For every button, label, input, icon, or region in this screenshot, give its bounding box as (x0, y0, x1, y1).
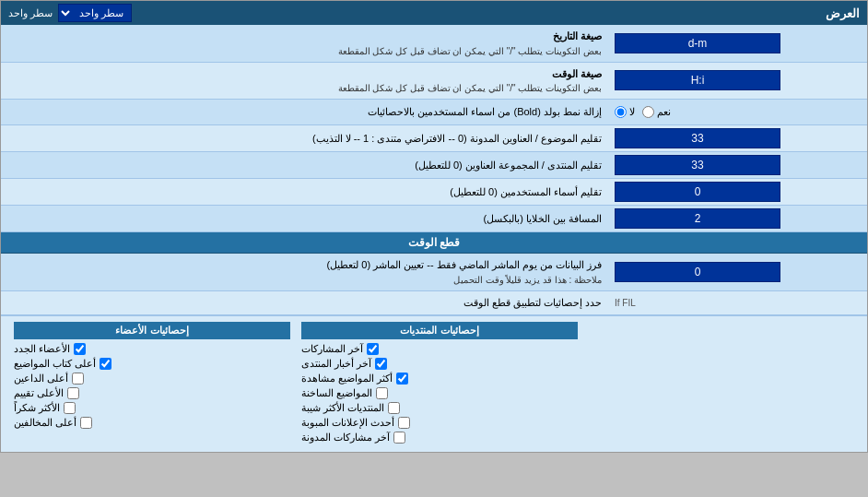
realtime-label: فرز البيانات من يوم الماشر الماضي فقط --… (1, 254, 609, 290)
stats-members-item-5: أعلى المخالفين (14, 417, 290, 429)
date-format-input-cell (609, 30, 867, 56)
stats-forums-cb-2[interactable] (396, 373, 408, 385)
stats-forums-item-1: آخر أخبار المنتدى (301, 358, 578, 370)
stats-forums-cb-4[interactable] (388, 402, 400, 414)
forum-trim-input-cell (609, 152, 867, 178)
if-fil-cell: If FIL (609, 292, 867, 313)
realtime-row: فرز البيانات من يوم الماشر الماضي فقط --… (1, 254, 867, 291)
stats-forums-item-4: المنتديات الأكثر شيبة (301, 402, 578, 414)
stats-forums-cb-5[interactable] (398, 417, 410, 429)
username-trim-input-cell (609, 179, 867, 205)
bold-radio-no[interactable] (615, 106, 627, 118)
date-format-row: صيغة التاريخ بعض التكوينات يتطلب "/" الت… (1, 25, 867, 63)
realtime-section-header: قطع الوقت (1, 232, 867, 254)
cell-spacing-label: المسافة بين الخلايا (بالبكسل) (1, 207, 609, 231)
stats-members-item-2: أعلى الداعين (14, 373, 290, 385)
stats-members-col: إحصائيات الأعضاء الأعضاء الجدد أعلى كتاب… (8, 322, 296, 446)
stats-section: إحصائيات المنتديات آخر المشاركات آخر أخب… (1, 315, 867, 452)
bold-radio-group: لا نعم (615, 106, 671, 118)
stats-members-cb-4[interactable] (64, 402, 76, 414)
display-select[interactable]: سطر واحدسطرينثلاثة أسطر (58, 4, 132, 22)
forum-trim-input[interactable] (615, 155, 780, 175)
limit-label: حدد إحصائيات لتطبيق قطع الوقت (1, 291, 609, 314)
header-row: العرض سطر واحدسطرينثلاثة أسطر سطر واحد (1, 1, 867, 25)
stats-forums-item-6: آخر مشاركات المدونة (301, 432, 578, 444)
stats-members-cb-2[interactable] (72, 373, 84, 385)
date-format-input[interactable] (615, 33, 780, 53)
bold-remove-label: إزالة نمط بولد (Bold) من اسماء المستخدمي… (1, 101, 609, 124)
cell-spacing-row: المسافة بين الخلايا (بالبكسل) (1, 206, 867, 232)
stats-forums-header: إحصائيات المنتديات (301, 322, 578, 339)
stats-members-item-4: الأكثر شكراً (14, 402, 290, 414)
if-fil-text: If FIL (615, 298, 636, 308)
forum-trim-label: تقليم المنتدى / المجموعة العناوين (0 للت… (1, 154, 609, 177)
bold-remove-row: لا نعم إزالة نمط بولد (Bold) من اسماء ال… (1, 100, 867, 125)
realtime-input[interactable] (615, 262, 780, 282)
stats-members-cb-1[interactable] (100, 358, 111, 370)
cell-spacing-input[interactable] (615, 208, 780, 229)
stats-forums-cb-0[interactable] (367, 343, 379, 355)
stats-forums-col: إحصائيات المنتديات آخر المشاركات آخر أخب… (296, 322, 583, 446)
cell-spacing-input-cell (609, 206, 867, 231)
stats-members-cb-3[interactable] (67, 387, 79, 399)
stats-forums-cb-6[interactable] (393, 432, 405, 444)
forum-trim-row: تقليم المنتدى / المجموعة العناوين (0 للت… (1, 152, 867, 179)
stats-members-cb-0[interactable] (74, 343, 86, 355)
bold-radio-no-label: لا (615, 106, 635, 118)
username-trim-label: تقليم أسماء المستخدمين (0 للتعطيل) (1, 181, 609, 204)
stats-members-item-0: الأعضاء الجدد (14, 343, 290, 355)
stats-members-header: إحصائيات الأعضاء (14, 322, 290, 339)
bold-radio-yes-label: نعم (642, 106, 671, 118)
stats-forums-cb-1[interactable] (375, 358, 387, 370)
limit-row: If FIL حدد إحصائيات لتطبيق قطع الوقت (1, 291, 867, 315)
stats-forums-item-0: آخر المشاركات (301, 343, 578, 355)
date-format-label: صيغة التاريخ بعض التكوينات يتطلب "/" الت… (1, 25, 609, 62)
stats-forums-item-5: أحدث الإعلانات المبوبة (301, 417, 578, 429)
stats-members-cb-5[interactable] (80, 417, 92, 429)
bold-remove-input-cell: لا نعم (609, 103, 867, 121)
select-label: سطر واحد (8, 7, 53, 19)
username-trim-input[interactable] (615, 182, 780, 202)
time-format-label: صيغة الوقت بعض التكوينات يتطلب "/" التي … (1, 63, 609, 100)
topic-trim-input[interactable] (615, 128, 780, 148)
username-trim-row: تقليم أسماء المستخدمين (0 للتعطيل) (1, 179, 867, 206)
stats-forums-item-3: المواضيع الساخنة (301, 387, 578, 399)
page-title: العرض (826, 6, 860, 20)
stats-empty-left (583, 322, 860, 446)
time-format-row: صيغة الوقت بعض التكوينات يتطلب "/" التي … (1, 63, 867, 101)
time-format-input-cell (609, 67, 867, 93)
time-format-input[interactable] (615, 70, 780, 90)
topic-trim-input-cell (609, 125, 867, 151)
realtime-input-cell (609, 259, 867, 285)
topic-trim-label: تقليم الموضوع / العناوين المدونة (0 -- ا… (1, 127, 609, 150)
stats-forums-cb-3[interactable] (376, 387, 388, 399)
stats-forums-item-2: أكثر المواضيع مشاهدة (301, 373, 578, 385)
stats-members-item-3: الأعلى تقييم (14, 387, 290, 399)
bold-radio-yes[interactable] (642, 106, 654, 118)
topic-trim-row: تقليم الموضوع / العناوين المدونة (0 -- ا… (1, 125, 867, 152)
stats-members-item-1: أعلى كتاب المواضيع (14, 358, 290, 370)
